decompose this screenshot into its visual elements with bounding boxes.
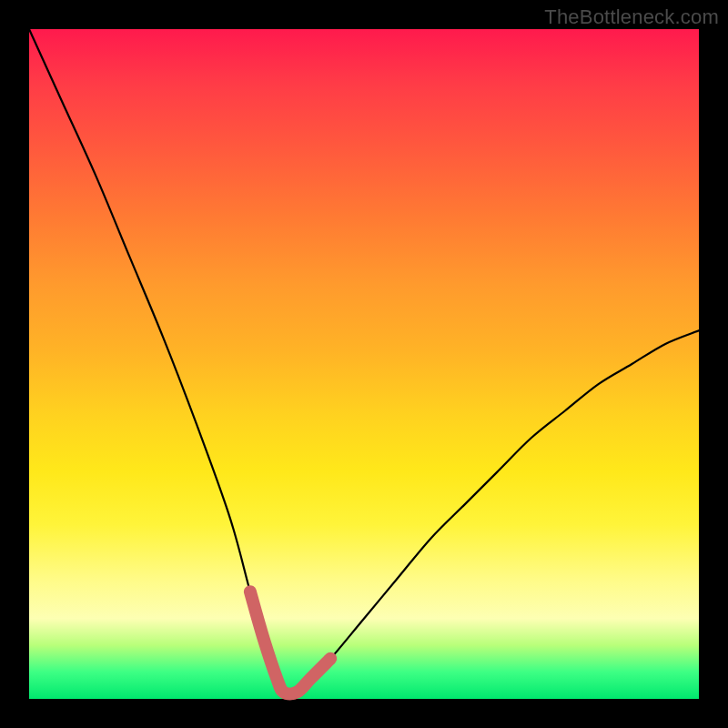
- watermark-text: TheBottleneck.com: [544, 5, 719, 29]
- curve-overlay: [29, 29, 699, 699]
- bottleneck-curve: [29, 29, 699, 693]
- chart-frame: TheBottleneck.com: [0, 0, 728, 728]
- plot-area: [29, 29, 699, 699]
- valley-highlight: [250, 592, 330, 693]
